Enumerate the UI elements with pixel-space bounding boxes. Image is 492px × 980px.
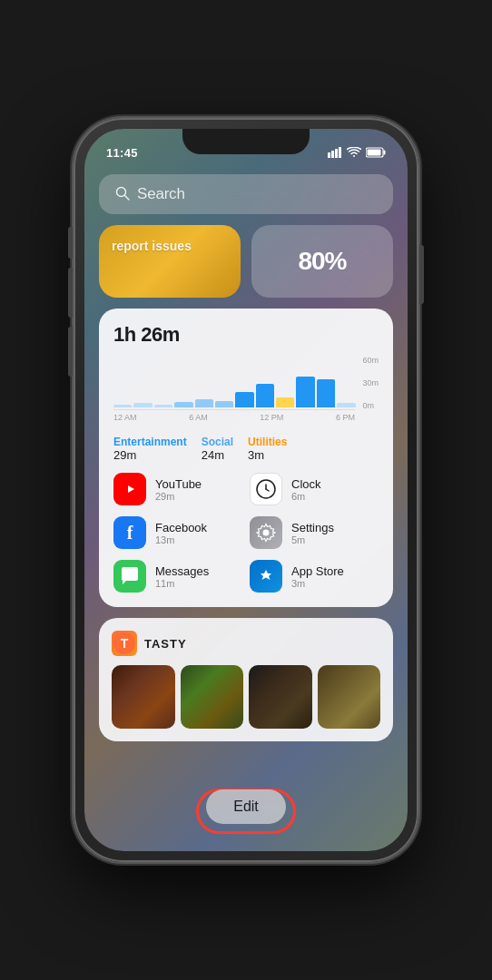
appstore-info: App Store 3m <box>291 564 344 589</box>
facebook-icon: f <box>113 516 146 549</box>
clock-time: 6m <box>291 491 321 502</box>
chart-x-6am: 6 AM <box>189 413 208 422</box>
list-item: App Store 3m <box>250 560 379 593</box>
app-list: YouTube 29m Clock 6m <box>113 473 379 593</box>
edit-button[interactable]: Edit <box>206 789 286 824</box>
tasty-logo: T <box>112 631 137 656</box>
settings-icon <box>250 516 282 549</box>
chart-bar <box>235 392 253 407</box>
svg-rect-2 <box>335 149 338 158</box>
settings-info: Settings 5m <box>291 521 334 545</box>
svg-rect-0 <box>328 152 330 158</box>
settings-name: Settings <box>291 521 334 534</box>
chart-y-0: 0m <box>362 401 379 410</box>
facebook-time: 13m <box>155 534 207 545</box>
bottom-area: Edit <box>99 789 393 833</box>
chart-bar <box>317 379 335 407</box>
svg-line-8 <box>125 195 130 200</box>
appstore-name: App Store <box>291 564 344 578</box>
messages-icon <box>113 560 146 593</box>
category-entertainment-name: Entertainment <box>113 436 187 448</box>
svg-rect-1 <box>331 151 334 158</box>
category-utilities: Utilities 3m <box>248 436 287 462</box>
silent-switch[interactable] <box>68 227 73 259</box>
volume-up-button[interactable] <box>68 268 73 318</box>
facebook-name: Facebook <box>155 521 207 534</box>
search-bar[interactable]: Search <box>99 174 393 214</box>
chart-x-12am: 12 AM <box>113 413 137 422</box>
chart-bars <box>113 356 355 410</box>
clock-name: Clock <box>291 477 321 491</box>
list-item: Settings 5m <box>250 516 379 549</box>
svg-rect-5 <box>384 151 386 155</box>
wifi-icon <box>347 147 361 160</box>
volume-down-button[interactable] <box>68 327 73 377</box>
phone-screen: 11:45 <box>84 129 408 851</box>
report-text: report issues <box>112 239 192 253</box>
category-utilities-name: Utilities <box>248 436 287 448</box>
chart-bar <box>113 405 132 407</box>
list-item: Messages 11m <box>113 560 242 593</box>
battery-widget[interactable]: 80% <box>251 225 393 298</box>
settings-time: 5m <box>291 534 334 545</box>
chart-y-60: 60m <box>362 356 379 365</box>
svg-text:T: T <box>121 636 129 651</box>
tasty-title: TASTY <box>144 637 187 651</box>
category-social: Social 24m <box>202 436 233 462</box>
phone-frame: 11:45 <box>74 118 418 862</box>
battery-status-icon <box>366 147 386 160</box>
food-image-3 <box>249 665 312 729</box>
signal-icon <box>328 147 342 160</box>
svg-rect-6 <box>368 150 381 156</box>
chart-bar <box>256 384 274 407</box>
youtube-info: YouTube 29m <box>155 477 202 502</box>
power-button[interactable] <box>419 245 424 304</box>
list-item: Clock 6m <box>250 473 379 505</box>
clock-icon <box>250 473 282 505</box>
category-utilities-time: 3m <box>248 448 287 462</box>
youtube-name: YouTube <box>155 477 202 491</box>
tasty-widget[interactable]: T TASTY <box>99 618 393 741</box>
food-image-1 <box>112 665 175 729</box>
chart-bar <box>337 403 355 407</box>
chart-bar <box>296 377 314 407</box>
category-entertainment: Entertainment 29m <box>113 436 187 462</box>
chart-x-12pm: 12 PM <box>260 413 283 422</box>
search-placeholder: Search <box>137 185 185 203</box>
chart-bar <box>154 405 172 407</box>
food-image-2 <box>181 665 244 729</box>
facebook-info: Facebook 13m <box>155 521 207 545</box>
status-icons <box>328 147 386 160</box>
battery-percent: 80% <box>298 247 346 276</box>
report-widget[interactable]: report issues <box>99 225 241 298</box>
list-item: YouTube 29m <box>113 473 242 505</box>
notch <box>182 129 310 154</box>
appstore-time: 3m <box>291 578 344 589</box>
list-item: f Facebook 13m <box>113 516 242 549</box>
youtube-icon <box>113 473 146 505</box>
chart-bar <box>276 397 294 407</box>
tasty-header: T TASTY <box>112 631 380 656</box>
youtube-time: 29m <box>155 491 202 502</box>
chart-bar <box>215 401 233 407</box>
chart-bar <box>133 403 152 407</box>
food-image-4 <box>318 665 381 729</box>
svg-point-14 <box>263 530 270 536</box>
chart-x-6pm: 6 PM <box>336 413 355 422</box>
messages-time: 11m <box>155 578 209 589</box>
messages-name: Messages <box>155 564 209 578</box>
screentime-chart: 60m 30m 0m 12 AM 6 AM 12 PM 6 PM <box>113 356 379 428</box>
status-time: 11:45 <box>106 146 138 160</box>
category-social-time: 24m <box>202 448 233 462</box>
tasty-images <box>112 665 380 729</box>
small-widgets-row: report issues 80% <box>99 225 393 298</box>
chart-y-30: 30m <box>362 378 379 387</box>
messages-info: Messages 11m <box>155 564 209 589</box>
screentime-widget[interactable]: 1h 26m 60m 30m 0m 1 <box>99 309 393 607</box>
chart-bar <box>195 399 213 407</box>
appstore-icon <box>250 560 282 593</box>
chart-bar <box>174 402 192 407</box>
category-social-name: Social <box>202 436 233 448</box>
search-icon <box>115 186 130 203</box>
widgets-area: Search report issues 80% 1h 26m <box>84 165 408 851</box>
